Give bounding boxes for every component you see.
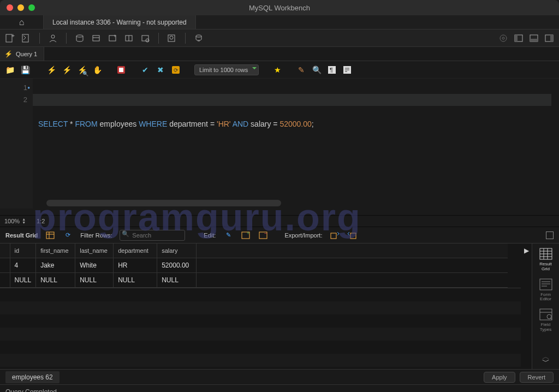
svg-text:+: + (11, 33, 15, 39)
new-sql-tab-icon[interactable]: + (4, 33, 15, 44)
open-sql-icon[interactable] (21, 33, 32, 44)
column-first-name[interactable]: first_name (36, 243, 75, 258)
db-sync-icon[interactable] (193, 33, 204, 44)
connection-tab-label: Local instance 3306 - Warning - not supp… (52, 19, 187, 26)
import-icon[interactable] (347, 230, 357, 240)
svg-point-15 (196, 35, 201, 37)
expand-caret[interactable]: ▶ (521, 243, 532, 369)
edit-row-icon[interactable]: ✎ (223, 230, 233, 240)
limit-dropdown[interactable]: Limit to 1000 rows (194, 64, 259, 75)
cursor-position: 1:2 (37, 218, 45, 224)
rollback-icon[interactable]: ✖ (155, 64, 166, 75)
svg-point-3 (51, 35, 55, 38)
db-icon-1[interactable] (74, 33, 85, 44)
autocommit-icon[interactable]: ⟳ (170, 64, 181, 75)
db-icon-3[interactable]: + (107, 33, 118, 44)
filter-rows-label: Filter Rows: (80, 232, 112, 239)
column-salary[interactable]: salary (157, 243, 197, 258)
admin-icon[interactable] (47, 33, 58, 44)
invisible-icon[interactable]: ¶ (326, 64, 337, 75)
db-icon-5[interactable] (140, 33, 151, 44)
delete-row-icon[interactable]: − (258, 230, 268, 240)
db-icon-4[interactable] (123, 33, 134, 44)
side-panel-scroll[interactable]: ︿ ﹀ (542, 354, 550, 364)
chevron-down-icon: ﹀ (542, 359, 550, 364)
side-field-types[interactable]: Field Types (535, 307, 557, 332)
svg-rect-24 (550, 35, 553, 41)
svg-rect-26 (119, 68, 123, 72)
explain-icon[interactable]: ⚡🔍 (76, 64, 87, 75)
edit-label: Edit: (204, 232, 216, 239)
stop-icon[interactable]: ✋ (92, 64, 103, 75)
home-tab[interactable]: ⌂ (0, 15, 44, 29)
svg-rect-32 (46, 232, 54, 239)
table-row[interactable]: 4 Jake White HR 52000.00 (0, 258, 508, 272)
apply-button[interactable]: Apply (484, 372, 515, 383)
add-row-icon[interactable]: + (241, 230, 251, 240)
sql-editor[interactable]: 1● 2 SELECT * FROM employees WHERE depar… (0, 79, 559, 209)
panel-bottom-icon[interactable] (528, 33, 539, 44)
column-department[interactable]: department (114, 243, 157, 258)
wrap-cell-icon[interactable] (546, 231, 554, 239)
svg-rect-47 (540, 279, 552, 290)
execute-icon[interactable]: ⚡ (46, 64, 57, 75)
wrap-icon[interactable] (342, 64, 353, 75)
column-rowhead[interactable] (0, 243, 10, 258)
sql-keyword: SELECT (38, 120, 68, 128)
form-icon (538, 277, 554, 292)
toggle-icon[interactable] (116, 64, 127, 75)
field-types-icon (538, 307, 554, 322)
svg-point-14 (170, 36, 173, 39)
filter-rows-input[interactable] (120, 230, 185, 241)
table-row-null[interactable]: NULL NULL NULL NULL NULL (0, 272, 508, 287)
favorite-icon[interactable]: ★ (272, 64, 283, 75)
svg-text:+: + (114, 33, 116, 39)
result-grid-label: Result Grid (5, 232, 38, 239)
export-import-label: Export/Import: (284, 232, 322, 239)
svg-text:−: − (264, 231, 267, 236)
save-file-icon[interactable]: 💾 (20, 64, 31, 75)
status-text: Query Completed (5, 388, 57, 393)
svg-text:+: + (247, 231, 249, 236)
horizontal-scrollbar[interactable] (46, 200, 281, 206)
zoom-control[interactable]: 100% ▲▼ (4, 218, 26, 224)
column-last-name[interactable]: last_name (75, 243, 114, 258)
find-icon[interactable]: 🔍 (311, 64, 322, 75)
window-title: MySQL Workbench (0, 4, 559, 12)
svg-rect-5 (93, 35, 99, 41)
column-id[interactable]: id (10, 243, 36, 258)
svg-rect-11 (142, 35, 148, 41)
svg-point-17 (500, 35, 507, 41)
open-file-icon[interactable]: 📁 (4, 64, 15, 75)
connection-tab[interactable]: Local instance 3306 - Warning - not supp… (44, 15, 196, 29)
refresh-icon[interactable]: ⟳ (63, 230, 73, 240)
bolt-icon: ⚡ (4, 50, 13, 58)
execute-current-icon[interactable]: ⚡ (61, 64, 72, 75)
beautify-icon[interactable]: ✎ (296, 64, 307, 75)
grid-icon (538, 247, 554, 261)
db-icon-2[interactable] (91, 33, 102, 44)
zoom-stepper-icon[interactable]: ▲▼ (22, 218, 26, 224)
commit-icon[interactable]: ✔ (140, 64, 151, 75)
settings-icon[interactable] (498, 33, 509, 44)
search-db-icon[interactable] (166, 33, 177, 44)
export-icon[interactable] (330, 230, 340, 240)
result-tab[interactable]: employees 62 (5, 371, 60, 383)
svg-text:⟳: ⟳ (174, 67, 179, 73)
query-tab-label: Query 1 (16, 51, 37, 57)
empty-grid-area (0, 288, 521, 370)
svg-rect-22 (530, 39, 538, 41)
svg-point-18 (502, 37, 504, 39)
svg-point-4 (76, 35, 83, 37)
panel-left-icon[interactable] (513, 33, 524, 44)
query-tab[interactable]: ⚡ Query 1 (0, 47, 44, 61)
home-icon: ⌂ (19, 17, 25, 27)
revert-button[interactable]: Revert (520, 372, 554, 383)
result-grid[interactable]: id first_name last_name department salar… (0, 243, 521, 369)
panel-right-icon[interactable] (544, 33, 555, 44)
svg-rect-39 (331, 233, 336, 239)
svg-rect-20 (515, 35, 518, 41)
grid-view-icon[interactable] (45, 230, 55, 240)
side-result-grid[interactable]: Result Grid (535, 247, 557, 272)
side-form-editor[interactable]: Form Editor (535, 277, 557, 302)
